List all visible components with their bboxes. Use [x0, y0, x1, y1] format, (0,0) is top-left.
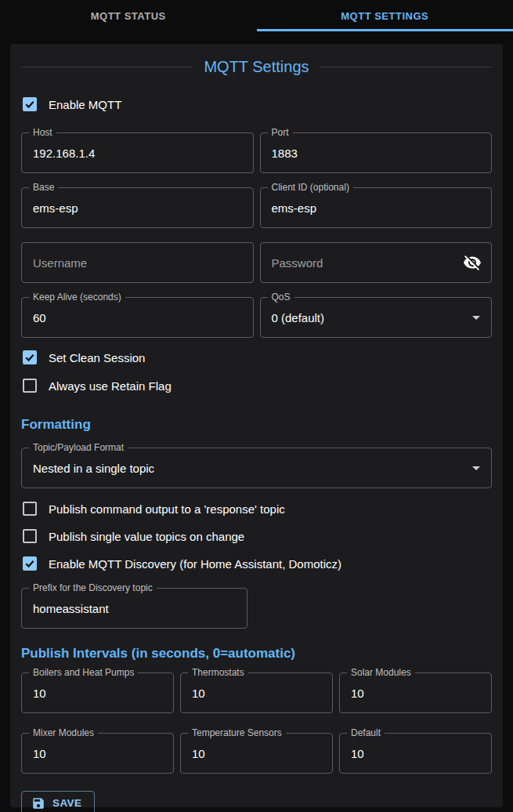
- publish-response-row: Publish command output to a 'response' t…: [21, 499, 492, 518]
- password-placeholder: Password: [261, 256, 464, 270]
- tab-mqtt-settings[interactable]: MQTT SETTINGS: [257, 0, 513, 31]
- client-id-field[interactable]: Client ID (optional) ems-esp: [260, 187, 493, 228]
- topic-format-label: Topic/Payload Format: [29, 442, 128, 453]
- clean-session-row: Set Clean Session: [21, 348, 492, 367]
- checkmark-icon: [24, 99, 35, 110]
- interval-temperature-label: Temperature Sensors: [188, 727, 286, 738]
- interval-mixer-value: 10: [22, 747, 173, 760]
- discovery-prefix-value: homeassistant: [22, 602, 247, 615]
- dropdown-arrow-icon: [472, 466, 480, 470]
- keep-alive-field-label: Keep Alive (seconds): [29, 292, 125, 303]
- client-id-field-label: Client ID (optional): [268, 182, 353, 193]
- username-field[interactable]: Username: [21, 242, 254, 283]
- client-id-field-value: ems-esp: [261, 201, 492, 215]
- discovery-row: Enable MQTT Discovery (for Home Assistan…: [21, 554, 492, 573]
- port-field[interactable]: Port 1883: [260, 132, 493, 173]
- save-button-label: SAVE: [52, 797, 81, 809]
- keep-alive-field[interactable]: Keep Alive (seconds) 60: [21, 297, 254, 338]
- host-field-label: Host: [29, 127, 56, 138]
- page-title: MQTT Settings: [204, 58, 309, 76]
- checkmark-icon: [24, 352, 35, 363]
- retain-flag-checkbox[interactable]: [23, 379, 37, 393]
- interval-default-value: 10: [340, 747, 491, 760]
- title-divider-left: [21, 67, 193, 67]
- base-field[interactable]: Base ems-esp: [21, 187, 254, 228]
- interval-thermostats-field[interactable]: Thermostats 10: [180, 672, 333, 713]
- save-button[interactable]: SAVE: [21, 791, 95, 812]
- publish-single-label: Publish single value topics on change: [49, 530, 244, 543]
- base-field-label: Base: [29, 182, 58, 193]
- host-field[interactable]: Host 192.168.1.4: [21, 132, 254, 173]
- visibility-off-icon[interactable]: [463, 253, 482, 272]
- port-field-label: Port: [268, 127, 293, 138]
- username-placeholder: Username: [22, 256, 253, 270]
- checkmark-icon: [24, 558, 35, 569]
- port-field-value: 1883: [261, 147, 492, 160]
- interval-mixer-label: Mixer Modules: [29, 727, 98, 738]
- clean-session-label: Set Clean Session: [49, 351, 145, 364]
- discovery-label: Enable MQTT Discovery (for Home Assistan…: [49, 557, 341, 571]
- interval-boilers-field[interactable]: Boilers and Heat Pumps 10: [21, 672, 174, 713]
- formatting-heading: Formatting: [21, 417, 492, 433]
- interval-solar-label: Solar Modules: [347, 667, 415, 678]
- discovery-prefix-field[interactable]: Prefix for the Discovery topic homeassis…: [21, 588, 247, 629]
- tab-mqtt-status[interactable]: MQTT STATUS: [0, 0, 257, 31]
- clean-session-checkbox[interactable]: [23, 350, 37, 364]
- qos-select-label: QoS: [268, 292, 294, 303]
- discovery-prefix-label: Prefix for the Discovery topic: [29, 582, 157, 593]
- interval-thermostats-label: Thermostats: [188, 667, 248, 678]
- retain-flag-row: Always use Retain Flag: [21, 376, 492, 395]
- title-row: MQTT Settings: [21, 58, 492, 76]
- interval-solar-value: 10: [340, 687, 491, 700]
- interval-boilers-value: 10: [22, 687, 173, 700]
- interval-boilers-label: Boilers and Heat Pumps: [29, 667, 138, 678]
- qos-select-value: 0 (default): [261, 311, 473, 324]
- tab-bar: MQTT STATUS MQTT SETTINGS: [0, 0, 513, 31]
- discovery-checkbox[interactable]: [23, 556, 37, 571]
- dropdown-arrow-icon: [472, 316, 480, 320]
- publish-intervals-heading: Publish Intervals (in seconds, 0=automat…: [21, 646, 492, 662]
- title-divider-right: [320, 67, 492, 67]
- interval-temperature-field[interactable]: Temperature Sensors 10: [180, 733, 333, 774]
- save-icon: [31, 796, 45, 810]
- topic-format-value: Nested in a single topic: [22, 462, 472, 475]
- password-field[interactable]: Password: [260, 242, 493, 283]
- interval-temperature-value: 10: [181, 747, 332, 760]
- publish-single-checkbox[interactable]: [23, 529, 37, 543]
- qos-select[interactable]: QoS 0 (default): [260, 297, 493, 338]
- topic-format-select[interactable]: Topic/Payload Format Nested in a single …: [21, 448, 492, 488]
- host-field-value: 192.168.1.4: [22, 147, 253, 160]
- enable-mqtt-row: Enable MQTT: [21, 95, 492, 114]
- retain-flag-label: Always use Retain Flag: [49, 379, 172, 393]
- mqtt-settings-card: MQTT Settings Enable MQTT Host 192.168.1…: [10, 44, 503, 807]
- interval-solar-field[interactable]: Solar Modules 10: [339, 672, 492, 713]
- publish-response-label: Publish command output to a 'response' t…: [49, 502, 285, 516]
- publish-single-row: Publish single value topics on change: [21, 527, 492, 546]
- interval-default-label: Default: [347, 727, 385, 738]
- publish-response-checkbox[interactable]: [23, 502, 37, 516]
- interval-thermostats-value: 10: [181, 687, 332, 700]
- base-field-value: ems-esp: [22, 201, 253, 215]
- enable-mqtt-label: Enable MQTT: [49, 98, 121, 111]
- interval-default-field[interactable]: Default 10: [339, 733, 492, 774]
- keep-alive-field-value: 60: [22, 311, 253, 324]
- enable-mqtt-checkbox[interactable]: [23, 97, 37, 111]
- interval-mixer-field[interactable]: Mixer Modules 10: [21, 733, 174, 774]
